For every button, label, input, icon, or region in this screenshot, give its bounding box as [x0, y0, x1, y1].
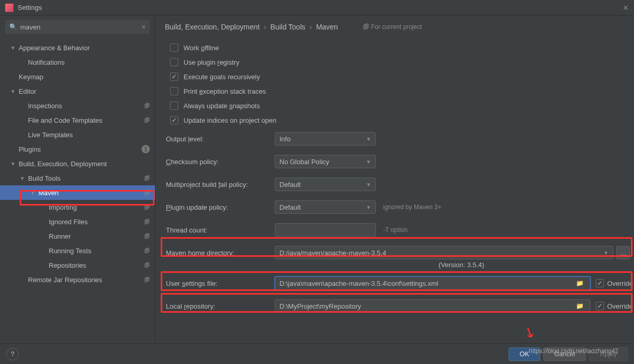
- tree-item-label: Importing: [49, 203, 77, 211]
- ok-button[interactable]: OK: [509, 347, 540, 361]
- tree-item-plugins[interactable]: Plugins1: [0, 142, 155, 156]
- tree-item-label: Repositories: [49, 261, 86, 269]
- plugin-registry-label: Use plugin registry: [184, 59, 239, 66]
- modified-icon: 🗐: [144, 175, 150, 181]
- chevron-down-icon: ▼: [366, 136, 371, 142]
- chevron-right-icon: ›: [309, 23, 312, 31]
- breadcrumb-part: Maven: [316, 23, 338, 31]
- breadcrumb-part[interactable]: Build, Execution, Deployment: [165, 23, 260, 31]
- chevron-down-icon: ▼: [603, 250, 609, 256]
- search-icon: 🔍: [9, 23, 17, 31]
- multiproject-label: Multiproject build fail policy:: [166, 181, 275, 188]
- tree-item-label: Maven: [38, 189, 59, 197]
- update-indices-label: Update indices on project open: [184, 117, 276, 124]
- tree-item-label: File and Code Templates: [28, 117, 103, 124]
- tree-item-label: Runner: [49, 232, 71, 240]
- sidebar: 🔍 × ▼Appearance & BehaviorNotificationsK…: [0, 16, 156, 343]
- tree-item-file-and-code-templates[interactable]: File and Code Templates🗐: [0, 113, 155, 127]
- execute-goals-checkbox[interactable]: [170, 72, 178, 81]
- always-update-label: Always update snapshots: [184, 102, 260, 110]
- tree-item-runner[interactable]: Runner🗐: [0, 229, 155, 243]
- tree-item-keymap[interactable]: Keymap: [0, 69, 155, 84]
- chevron-down-icon: ▼: [366, 159, 371, 165]
- tree-item-inspections[interactable]: Inspections🗐: [0, 98, 155, 113]
- checksum-select[interactable]: No Global Policy▼: [275, 155, 376, 168]
- modified-icon: 🗐: [144, 233, 150, 239]
- tree-item-label: Keymap: [19, 73, 44, 81]
- maven-home-label: Maven home directory:: [166, 249, 275, 257]
- maven-version: (Version: 3.5.4): [439, 261, 634, 269]
- tree-item-label: Remote Jar Repositories: [28, 276, 102, 284]
- tree-item-importing[interactable]: Importing🗐: [0, 200, 155, 214]
- tree-item-label: Inspections: [28, 102, 62, 110]
- breadcrumb: Build, Execution, Deployment › Build Too…: [165, 23, 634, 31]
- work-offline-checkbox[interactable]: [170, 43, 178, 52]
- local-repo-input[interactable]: D:\MyProject\myRepository📁: [275, 299, 590, 313]
- modified-icon: 🗐: [144, 247, 150, 254]
- tree-item-label: Plugins: [19, 145, 41, 153]
- plugin-update-label: Plugin update policy:: [166, 203, 275, 211]
- work-offline-label: Work offline: [184, 44, 219, 52]
- modified-icon: 🗐: [144, 262, 150, 268]
- tree-item-build-execution-deployment[interactable]: ▼Build, Execution, Deployment: [0, 156, 155, 171]
- print-exception-checkbox[interactable]: [170, 87, 178, 95]
- title-bar: Settings ✕: [0, 0, 634, 16]
- tree-item-remote-jar-repositories[interactable]: Remote Jar Repositories🗐: [0, 272, 155, 287]
- plugin-registry-checkbox[interactable]: [170, 58, 178, 66]
- help-button[interactable]: ?: [6, 348, 19, 360]
- output-level-select[interactable]: Info▼: [275, 132, 376, 145]
- local-repo-label: Local repository:: [166, 302, 275, 310]
- user-settings-override-checkbox[interactable]: [596, 279, 604, 287]
- user-settings-label: User settings file:: [166, 280, 275, 287]
- maven-home-select[interactable]: D:/java/maven/apache-maven-3.5.4▼: [275, 246, 613, 259]
- chevron-right-icon: ›: [264, 23, 266, 31]
- tree-item-notifications[interactable]: Notifications: [0, 55, 155, 69]
- tree-arrow-icon: ▼: [10, 89, 17, 94]
- search-input[interactable]: [20, 23, 142, 31]
- modified-icon: 🗐: [144, 276, 150, 283]
- browse-button[interactable]: …: [616, 246, 630, 259]
- print-exception-label: Print exception stack traces: [184, 88, 266, 95]
- cancel-button[interactable]: Cancel: [543, 347, 586, 361]
- plugin-update-hint: ignored by Maven 3+: [383, 203, 441, 211]
- execute-goals-label: Execute goals recursively: [184, 73, 260, 81]
- content-pane: Build, Execution, Deployment › Build Too…: [156, 16, 634, 343]
- chevron-down-icon: ▼: [366, 205, 371, 210]
- chevron-down-icon: ▼: [366, 182, 371, 187]
- tree-item-build-tools[interactable]: ▼Build Tools🗐: [0, 171, 155, 185]
- local-repo-override-checkbox[interactable]: [596, 302, 604, 310]
- tree-arrow-icon: ▼: [10, 161, 17, 167]
- breadcrumb-part[interactable]: Build Tools: [271, 23, 305, 31]
- modified-icon: 🗐: [144, 219, 150, 225]
- project-icon: 🗐: [363, 23, 369, 31]
- tree-item-maven[interactable]: ▼Maven🗐: [0, 185, 155, 200]
- tree-item-ignored-files[interactable]: Ignored Files🗐: [0, 214, 155, 229]
- count-badge: 1: [142, 145, 150, 153]
- tree-item-label: Notifications: [28, 59, 65, 66]
- tree-item-label: Live Templates: [28, 131, 73, 139]
- always-update-checkbox[interactable]: [170, 101, 178, 110]
- tree-item-label: Editor: [19, 88, 36, 95]
- tree-item-live-templates[interactable]: Live Templates: [0, 127, 155, 142]
- tree-item-appearance-behavior[interactable]: ▼Appearance & Behavior: [0, 40, 155, 55]
- tree-arrow-icon: ▼: [20, 176, 26, 181]
- folder-icon[interactable]: 📁: [574, 280, 586, 287]
- tree-item-running-tests[interactable]: Running Tests🗐: [0, 243, 155, 258]
- tree-item-repositories[interactable]: Repositories🗐: [0, 258, 155, 272]
- tree-item-label: Build Tools: [28, 174, 61, 182]
- plugin-update-select[interactable]: Default▼: [275, 200, 376, 214]
- tree-arrow-icon: ▼: [10, 45, 17, 51]
- close-icon[interactable]: ✕: [623, 4, 629, 12]
- output-level-label: Output level:: [166, 135, 275, 143]
- thread-count-input[interactable]: [275, 223, 376, 237]
- clear-icon[interactable]: ×: [142, 23, 146, 31]
- apply-button[interactable]: Apply: [589, 347, 628, 361]
- multiproject-select[interactable]: Default▼: [275, 178, 376, 191]
- tree-item-label: Appearance & Behavior: [19, 44, 90, 52]
- update-indices-checkbox[interactable]: [170, 116, 178, 124]
- thread-count-hint: -T option: [383, 226, 407, 234]
- folder-icon[interactable]: 📁: [574, 302, 586, 310]
- tree-item-editor[interactable]: ▼Editor: [0, 84, 155, 98]
- search-box[interactable]: 🔍 ×: [5, 20, 150, 34]
- user-settings-input[interactable]: D:\java\maven\apache-maven-3.5.4\conf\se…: [275, 276, 590, 290]
